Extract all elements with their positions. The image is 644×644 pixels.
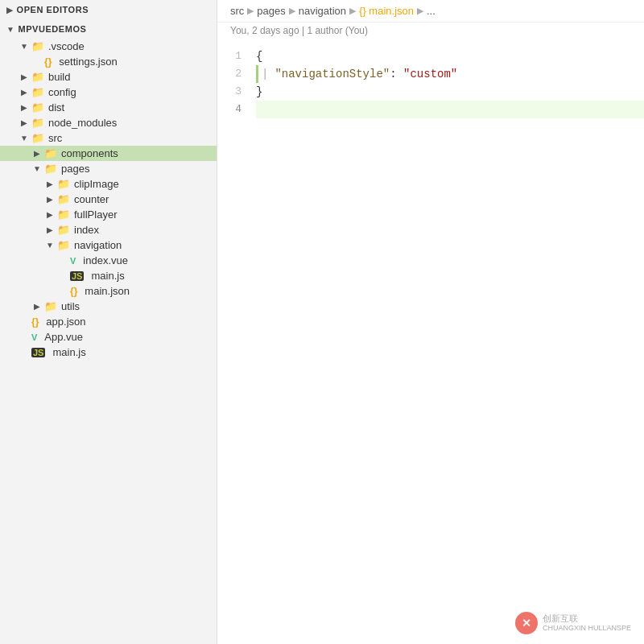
index-folder-label: index: [74, 224, 99, 236]
full-player-arrow: ▶: [45, 210, 55, 219]
code-line-2: | "navigationStyle" : "custom": [256, 65, 644, 83]
tree-item-index-vue[interactable]: V index.vue: [0, 253, 217, 268]
code-content: { | "navigationStyle" : "custom" }: [250, 41, 644, 644]
pages-arrow: ▼: [32, 164, 42, 173]
tree-item-config[interactable]: ▶ 📁 config: [0, 85, 217, 100]
full-player-label: fullPlayer: [74, 208, 117, 221]
breadcrumb: src ▶ pages ▶ navigation ▶ {} main.json …: [217, 0, 644, 23]
tree-item-full-player[interactable]: ▶ 📁 fullPlayer: [0, 207, 217, 222]
index-vue-label: index.vue: [83, 254, 128, 266]
tree-item-counter[interactable]: ▶ 📁 counter: [0, 192, 217, 207]
clip-image-label: clipImage: [74, 178, 119, 190]
main-js-root-label: main.js: [52, 346, 85, 358]
tree-item-node-modules[interactable]: ▶ 📁 node_modules: [0, 115, 217, 130]
vue-icon: V: [70, 256, 76, 266]
counter-label: counter: [74, 193, 109, 205]
tree-item-src[interactable]: ▼ 📁 src: [0, 130, 217, 146]
git-marker: |: [262, 65, 268, 83]
tree-item-utils[interactable]: ▶ 📁 utils: [0, 299, 217, 314]
navigation-label: navigation: [74, 239, 122, 251]
folder-icon: 📁: [31, 117, 44, 129]
tree-item-navigation[interactable]: ▼ 📁 navigation: [0, 237, 217, 253]
vscode-label: .vscode: [48, 40, 85, 52]
tree-item-index-folder[interactable]: ▶ 📁 index: [0, 222, 217, 237]
folder-icon: 📁: [31, 132, 44, 144]
json-icon: {}: [31, 316, 39, 328]
folder-icon: 📁: [44, 147, 57, 159]
key-navigation-style: "navigationStyle": [275, 65, 390, 83]
tree-item-settings-json[interactable]: {} settings.json: [0, 54, 217, 69]
file-explorer: ▶ OPEN EDITORS ▼ MPVUEDEMOS ▼ 📁 .vscode …: [0, 0, 217, 644]
root-folder-arrow: ▼: [6, 25, 14, 34]
watermark-line1: 创新互联: [543, 613, 631, 624]
folder-icon: 📁: [57, 208, 70, 221]
src-arrow: ▼: [19, 134, 29, 142]
counter-arrow: ▶: [45, 195, 55, 204]
tree-item-components[interactable]: ▶ 📁 components: [0, 146, 217, 161]
folder-icon: 📁: [31, 40, 44, 52]
breadcrumb-pages: pages: [257, 5, 285, 17]
tree-item-vscode[interactable]: ▼ 📁 .vscode: [0, 39, 217, 54]
folder-icon: 📁: [31, 71, 44, 83]
tree-item-dist[interactable]: ▶ 📁 dist: [0, 100, 217, 115]
open-editors-arrow: ▶: [6, 6, 14, 14]
colon: :: [390, 65, 403, 83]
tree-item-main-js[interactable]: JS main.js: [0, 268, 217, 283]
json-icon: {}: [44, 56, 52, 68]
watermark-line2: CHUANGXIN HULLANSPE: [543, 624, 631, 634]
build-arrow: ▶: [19, 72, 29, 81]
components-label: components: [61, 147, 118, 159]
code-editor[interactable]: 1 2 3 4 { | "navigationStyle" : "custom"…: [217, 41, 644, 644]
app-vue-label: App.vue: [44, 331, 83, 343]
folder-icon: 📁: [44, 300, 57, 312]
editor-panel: src ▶ pages ▶ navigation ▶ {} main.json …: [217, 0, 644, 644]
folder-icon: 📁: [44, 163, 57, 175]
folder-icon: 📁: [31, 101, 44, 114]
dist-label: dist: [48, 101, 64, 114]
line-num-4: 4: [217, 101, 250, 118]
line-num-2: 2: [217, 65, 250, 83]
git-info: You, 2 days ago | 1 author (You): [217, 23, 644, 41]
root-folder-label: MPVUEDEMOS: [18, 24, 86, 34]
tree-item-clip-image[interactable]: ▶ 📁 clipImage: [0, 176, 217, 192]
utils-label: utils: [61, 300, 80, 312]
src-label: src: [48, 132, 62, 144]
folder-icon: 📁: [57, 239, 70, 251]
js-icon: JS: [70, 271, 84, 281]
main-js-label: main.js: [91, 270, 124, 282]
line-num-1: 1: [217, 47, 250, 65]
app-json-label: app.json: [46, 316, 85, 328]
clip-image-arrow: ▶: [45, 180, 55, 188]
index-folder-arrow: ▶: [45, 225, 55, 234]
root-folder-header[interactable]: ▼ MPVUEDEMOS: [0, 19, 217, 39]
tree-item-app-json[interactable]: {} app.json: [0, 314, 217, 329]
open-editors-label: OPEN EDITORS: [17, 5, 89, 14]
vscode-arrow: ▼: [19, 42, 29, 51]
tree-item-build[interactable]: ▶ 📁 build: [0, 69, 217, 85]
open-editors-header[interactable]: ▶ OPEN EDITORS: [0, 0, 217, 19]
folder-icon: 📁: [31, 86, 44, 98]
tree-item-main-json[interactable]: {} main.json: [0, 283, 217, 299]
tree-item-main-js-root[interactable]: JS main.js: [0, 345, 217, 360]
code-line-1: {: [256, 47, 644, 65]
settings-json-label: settings.json: [59, 56, 117, 68]
node-modules-arrow: ▶: [19, 118, 29, 127]
json-icon: {}: [70, 286, 77, 297]
breadcrumb-src: src: [230, 5, 244, 17]
components-arrow: ▶: [32, 149, 42, 158]
folder-icon: 📁: [57, 224, 70, 236]
tree-item-app-vue[interactable]: V App.vue: [0, 329, 217, 345]
pages-label: pages: [61, 163, 89, 175]
line-num-3: 3: [217, 83, 250, 101]
watermark: ✕ 创新互联 CHUANGXIN HULLANSPE: [515, 612, 631, 634]
watermark-text: 创新互联 CHUANGXIN HULLANSPE: [543, 613, 631, 634]
folder-icon: 📁: [57, 193, 70, 205]
vue-icon: V: [31, 332, 37, 342]
line-numbers: 1 2 3 4: [217, 41, 250, 644]
tree-item-pages[interactable]: ▼ 📁 pages: [0, 161, 217, 176]
value-custom: "custom": [403, 65, 457, 83]
navigation-arrow: ▼: [45, 241, 55, 250]
breadcrumb-navigation: navigation: [299, 5, 346, 17]
folder-icon: 📁: [57, 178, 70, 190]
breadcrumb-ellipsis: ...: [427, 5, 436, 17]
